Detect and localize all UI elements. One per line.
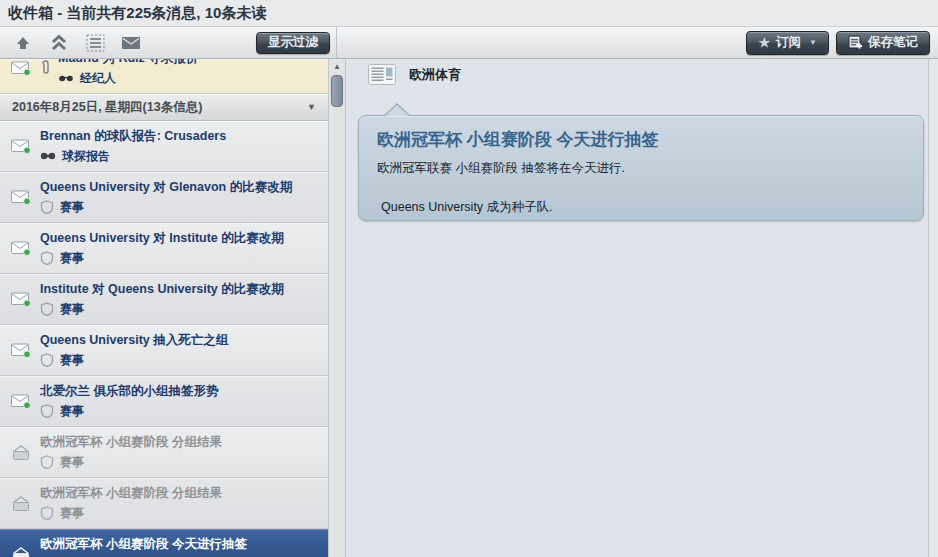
subscribe-label: 订阅	[776, 34, 801, 51]
list-item[interactable]: Madrid 为 Ruiz 寻求报价 经纪人	[0, 59, 328, 94]
message-category: 赛事	[60, 352, 84, 369]
scroll-up-icon[interactable]: ▲	[329, 62, 345, 71]
message-title: 欧洲冠军杯 小组赛阶段 今天进行抽签	[40, 536, 322, 553]
unread-envelope-icon	[10, 342, 40, 358]
message-title: Queens University 对 Glenavon 的比赛改期	[40, 179, 322, 196]
news-callout: 欧洲冠军杯 小组赛阶段 今天进行抽签 欧洲冠军联赛 小组赛阶段 抽签将在今天进行…	[358, 115, 924, 221]
message-category: 球探报告	[62, 148, 110, 165]
competition-shield-icon	[40, 302, 54, 316]
message-title: 北爱尔兰 俱乐部的小组抽签形势	[40, 383, 322, 400]
agent-glasses-icon	[58, 75, 74, 82]
unread-envelope-icon	[10, 240, 40, 256]
main-split: Madrid 为 Ruiz 寻求报价 经纪人 2016年8	[0, 59, 938, 557]
paperclip-icon	[40, 59, 56, 77]
competition-shield-icon	[40, 251, 54, 265]
message-category: 赛事	[60, 403, 84, 420]
list-item[interactable]: Queens University 对 Institute 的比赛改期 赛事	[0, 223, 328, 274]
competition-shield-icon	[40, 506, 54, 520]
list-item[interactable]: Institute 对 Queens University 的比赛改期 赛事	[0, 274, 328, 325]
message-category: 赛事	[60, 301, 84, 318]
star-icon: ★	[758, 36, 770, 49]
collapse-group-icon[interactable]: ▼	[307, 102, 316, 112]
newspaper-icon	[368, 64, 396, 85]
competition-shield-icon	[40, 353, 54, 367]
show-filter-label: 显示过滤	[268, 34, 318, 51]
list-scrollbar[interactable]: ▲	[328, 59, 346, 557]
date-group-label: 2016年8月25日, 星期四(13条信息)	[12, 99, 202, 116]
message-category: 经纪人	[80, 70, 116, 87]
note-icon	[848, 35, 862, 50]
save-note-button[interactable]: 保存笔记	[836, 31, 930, 55]
message-content-panel: 欧洲体育 欧洲冠军杯 小组赛阶段 今天进行抽签 欧洲冠军联赛 小组赛阶段 抽签将…	[346, 59, 938, 557]
chevron-down-icon: ▼	[809, 39, 817, 47]
list-item[interactable]: 欧洲冠军杯 小组赛阶段 分组结果 赛事	[0, 478, 328, 529]
show-filter-button[interactable]: 显示过滤	[256, 32, 330, 54]
toolbar-left: 显示过滤	[0, 27, 337, 58]
message-list: Madrid 为 Ruiz 寻求报价 经纪人 2016年8	[0, 59, 328, 557]
inbox-app: 收件箱 - 当前共有225条消息, 10条未读	[0, 0, 938, 557]
toolbar-right: ★ 订阅 ▼ 保存笔记	[337, 27, 938, 58]
news-headline: 欧洲冠军杯 小组赛阶段 今天进行抽签	[377, 128, 905, 151]
scout-binoculars-icon	[40, 152, 56, 160]
message-title: Queens University 抽入死亡之组	[40, 332, 322, 349]
news-body-line1: 欧洲冠军联赛 小组赛阶段 抽签将在今天进行.	[377, 160, 905, 177]
message-title: Brennan 的球队报告: Crusaders	[40, 128, 322, 145]
message-category: 赛事	[60, 454, 84, 471]
toolbar: 显示过滤 ★ 订阅 ▼ 保存笔记	[0, 26, 938, 59]
move-up-icon[interactable]	[12, 33, 34, 53]
list-item[interactable]: Queens University 对 Glenavon 的比赛改期 赛事	[0, 172, 328, 223]
select-messages-icon[interactable]	[84, 33, 106, 53]
content-scrollbar-track[interactable]	[928, 59, 938, 557]
news-source-header: 欧洲体育	[368, 64, 461, 85]
list-item[interactable]: 北爱尔兰 俱乐部的小组抽签形势 赛事	[0, 376, 328, 427]
collapse-all-icon[interactable]	[48, 33, 70, 53]
mail-icon[interactable]	[120, 33, 142, 53]
news-body-line2: Queens University 成为种子队.	[377, 199, 905, 216]
list-item-selected[interactable]: 欧洲冠军杯 小组赛阶段 今天进行抽签 赛事	[0, 529, 328, 557]
message-title: 欧洲冠军杯 小组赛阶段 分组结果	[40, 485, 322, 502]
unread-envelope-icon	[10, 291, 40, 307]
message-title: Madrid 为 Ruiz 寻求报价	[58, 59, 322, 67]
message-title: Institute 对 Queens University 的比赛改期	[40, 281, 322, 298]
message-category: 赛事	[60, 505, 84, 522]
unread-envelope-icon	[10, 138, 40, 154]
list-item[interactable]: 欧洲冠军杯 小组赛阶段 分组结果 赛事	[0, 427, 328, 478]
list-item[interactable]: Brennan 的球队报告: Crusaders 球探报告	[0, 121, 328, 172]
read-envelope-icon	[10, 444, 40, 461]
subscribe-button[interactable]: ★ 订阅 ▼	[746, 31, 829, 55]
unread-envelope-icon	[10, 189, 40, 205]
message-category: 赛事	[60, 199, 84, 216]
competition-shield-icon	[40, 404, 54, 418]
list-item[interactable]: Queens University 抽入死亡之组 赛事	[0, 325, 328, 376]
unread-envelope-icon	[10, 60, 40, 76]
page-title: 收件箱 - 当前共有225条消息, 10条未读	[8, 4, 266, 23]
message-category: 赛事	[60, 250, 84, 267]
read-envelope-icon	[10, 495, 40, 512]
competition-shield-icon	[40, 200, 54, 214]
message-title: Queens University 对 Institute 的比赛改期	[40, 230, 322, 247]
scrollbar-thumb[interactable]	[331, 75, 343, 107]
message-title: 欧洲冠军杯 小组赛阶段 分组结果	[40, 434, 322, 451]
save-note-label: 保存笔记	[868, 34, 918, 51]
date-group-header[interactable]: 2016年8月25日, 星期四(13条信息) ▼	[0, 94, 328, 121]
page-header: 收件箱 - 当前共有225条消息, 10条未读	[0, 0, 938, 26]
news-source-label: 欧洲体育	[409, 66, 461, 84]
unread-envelope-icon	[10, 393, 40, 409]
competition-shield-icon	[40, 455, 54, 469]
read-envelope-icon	[10, 546, 40, 557]
